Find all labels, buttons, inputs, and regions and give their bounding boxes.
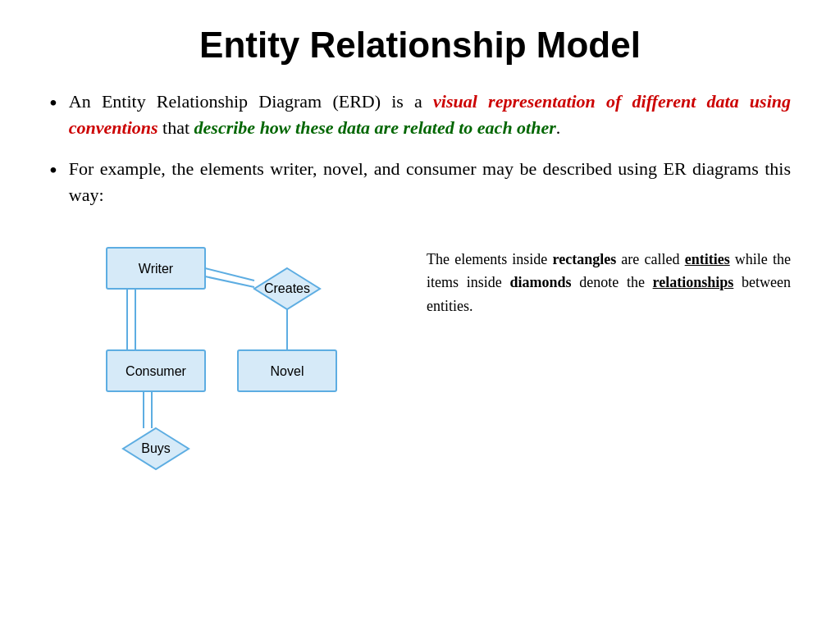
legend-box: The elements inside rectangles are calle…	[427, 248, 791, 318]
bullet-dot-2: •	[49, 154, 57, 188]
legend-underline1: entities	[685, 251, 730, 267]
diagram-svg: Writer Creates Novel Consumer Buys	[82, 223, 394, 489]
bullet1-prefix: An Entity Relationship Diagram (ERD) is …	[69, 91, 433, 112]
svg-text:Consumer: Consumer	[126, 364, 186, 378]
legend-line1: The elements inside	[427, 251, 553, 267]
bullet-item-2: • For example, the elements writer, nove…	[49, 156, 791, 208]
svg-text:Creates: Creates	[264, 281, 310, 295]
bullet1-suffix: .	[556, 117, 561, 138]
svg-text:Novel: Novel	[271, 364, 304, 378]
legend-bold1: rectangles	[553, 251, 617, 267]
legend-underline2: relationships	[653, 274, 734, 290]
diagram-area: Writer Creates Novel Consumer Buys	[82, 223, 791, 489]
svg-text:Buys: Buys	[141, 441, 171, 455]
bullet-text-1: An Entity Relationship Diagram (ERD) is …	[69, 89, 791, 141]
svg-text:Writer: Writer	[139, 262, 174, 276]
bullet-item-1: • An Entity Relationship Diagram (ERD) i…	[49, 89, 791, 141]
legend-bold2: diamonds	[509, 274, 571, 290]
bullet1-middle: that	[158, 117, 194, 138]
page-title: Entity Relationship Model	[49, 25, 791, 66]
legend-line2: are called	[616, 251, 685, 267]
legend-line4: denote the	[571, 274, 652, 290]
bullet1-green-italic: describe how these data are related to e…	[194, 117, 556, 138]
bullet-dot-1: •	[49, 87, 57, 121]
bullet-text-2: For example, the elements writer, novel,…	[69, 156, 791, 208]
